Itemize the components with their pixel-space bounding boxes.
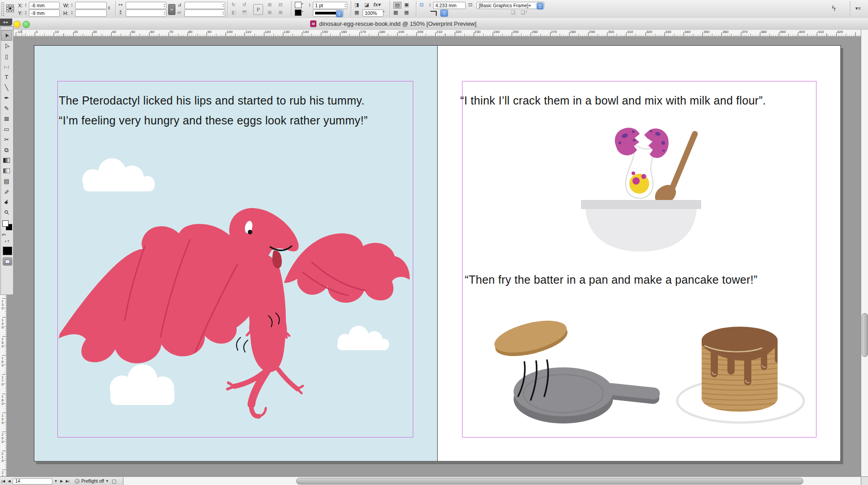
y-position-field[interactable]: -9 mm: [29, 10, 60, 17]
opacity-field[interactable]: 100%: [363, 10, 383, 17]
direct-selection-tool[interactable]: ➤: [1, 41, 12, 51]
select-previous-icon[interactable]: ⊞: [268, 10, 272, 15]
scale-y-icon: ↥: [118, 10, 123, 15]
last-page-button[interactable]: ▶|: [64, 479, 71, 483]
rectangle-tool[interactable]: ▭: [1, 124, 12, 134]
select-next-icon[interactable]: ⊞: [278, 10, 283, 15]
document-state-icon[interactable]: ▢: [110, 478, 118, 484]
first-page-button[interactable]: |◀: [0, 479, 6, 483]
zoom-tool[interactable]: ⚲: [1, 207, 12, 218]
height-field[interactable]: [75, 10, 107, 17]
vertical-scrollbar-thumb[interactable]: [862, 313, 868, 357]
previous-page-button[interactable]: ◀: [6, 479, 12, 483]
type-tool[interactable]: T: [1, 72, 12, 82]
shear-angle-field[interactable]: ▴▾: [184, 10, 225, 17]
scale-y-field[interactable]: ▴▾: [126, 10, 166, 17]
screen-mode-button[interactable]: [3, 257, 12, 266]
corner-shape-dropdown[interactable]: ▴▾: [440, 10, 448, 17]
page-dropdown-icon[interactable]: ▼: [52, 479, 59, 483]
stroke-weight-field[interactable]: 1 pt▴▾: [313, 2, 347, 9]
h-stepper[interactable]: ▴▾: [70, 10, 74, 17]
eyedropper-tool[interactable]: ✐: [1, 186, 12, 197]
wrap-none-icon[interactable]: ▤: [393, 2, 401, 9]
effects-fx-icon[interactable]: fx▾: [373, 2, 380, 8]
gradient-feather-tool[interactable]: [1, 166, 12, 176]
preflight-menu-icon[interactable]: ▼: [104, 479, 110, 483]
right-page-text-top[interactable]: “I think I’ll crack them in a bowl and m…: [460, 90, 766, 110]
gap-tool[interactable]: |↔|: [1, 62, 12, 72]
page-number-field[interactable]: 14: [13, 478, 52, 485]
formatting-affects-icons[interactable]: ▪ T: [2, 239, 13, 243]
opacity-icon[interactable]: ◨: [354, 2, 359, 8]
fill-stroke-proxy[interactable]: [2, 220, 12, 230]
constrain-scale-link-icon[interactable]: ∞: [168, 4, 175, 15]
drop-shadow-icon[interactable]: ◪: [364, 2, 369, 8]
fill-swatch[interactable]: [295, 2, 302, 8]
quick-apply-icon[interactable]: ϟ: [832, 5, 835, 13]
rotate-cw-icon[interactable]: ↻: [231, 2, 236, 8]
select-container-icon[interactable]: ⊞: [268, 2, 272, 8]
panel-grip-handle[interactable]: [1, 2, 5, 16]
stroke-style-dropdown[interactable]: ▴▾: [313, 10, 344, 17]
rotate-ccw-icon[interactable]: ↺: [242, 2, 246, 8]
stroke-swatch[interactable]: [295, 10, 302, 16]
flip-vertical-icon[interactable]: ◧: [242, 10, 248, 14]
swap-default-icons[interactable]: ⇄▪: [2, 233, 13, 238]
page-tool[interactable]: ▯: [1, 51, 12, 62]
tools-panel-collapse-tab[interactable]: ▶▶: [0, 19, 12, 26]
apply-color-button[interactable]: [3, 247, 12, 255]
fill-flyout-icon[interactable]: ▸: [302, 2, 303, 5]
note-tool[interactable]: ▤: [1, 176, 12, 186]
ruler-label: 90: [208, 30, 212, 34]
free-transform-tool[interactable]: ⧉: [1, 145, 12, 155]
corner-options-icon[interactable]: ⊡: [420, 2, 424, 8]
scissors-tool[interactable]: ✂: [1, 134, 12, 145]
next-page-button[interactable]: ▶: [59, 479, 64, 483]
constrain-dimensions-icon[interactable]: ∞: [107, 6, 112, 10]
select-content-icon[interactable]: ⊟: [278, 2, 283, 8]
new-style-icon[interactable]: ❏⁺: [521, 10, 528, 15]
object-style-dropdown[interactable]: [Basic Graphics Frame]+▴▾: [476, 2, 544, 9]
x-position-field[interactable]: -6 mm: [29, 2, 60, 9]
stroke-weight-stepper[interactable]: ▴▾: [307, 2, 312, 10]
line-tool[interactable]: ╲: [1, 82, 12, 93]
left-text-frame[interactable]: [57, 81, 413, 437]
x-stepper[interactable]: ▴▾: [24, 2, 28, 10]
stroke-flyout-icon[interactable]: ▸: [302, 10, 303, 13]
frame-tool[interactable]: ⊠: [1, 114, 12, 124]
ruler-label: 160: [341, 30, 347, 34]
zoom-button[interactable]: [23, 21, 30, 28]
clear-overrides-icon[interactable]: ❏: [511, 10, 515, 15]
tools-panel-grip[interactable]: [1, 27, 13, 30]
panel-menu-icon[interactable]: ▾≡: [855, 5, 861, 11]
corner-radius-field[interactable]: 4.233 mm: [433, 2, 466, 9]
hand-tool[interactable]: ☛: [1, 197, 12, 207]
w-stepper[interactable]: ▴▾: [70, 2, 74, 10]
gradient-swatch-tool[interactable]: [1, 155, 12, 166]
left-page-text[interactable]: The Pterodactyl licked his lips and star…: [59, 90, 368, 130]
width-field[interactable]: [75, 2, 107, 9]
fill-proxy-swatch[interactable]: [2, 220, 9, 227]
opacity-flyout-icon[interactable]: ▸: [383, 10, 385, 13]
pencil-tool[interactable]: ✎: [1, 103, 12, 114]
pen-tool[interactable]: ✒: [1, 93, 12, 103]
wrap-jump-icon[interactable]: ▩: [393, 10, 398, 15]
reference-point-proxy[interactable]: [6, 5, 15, 14]
right-page-text-bottom[interactable]: “Then fry the batter in a pan and make a…: [465, 270, 758, 290]
horizontal-scrollbar-thumb[interactable]: [296, 478, 803, 485]
page-shadow: [841, 48, 843, 464]
stroke-style-arrows[interactable]: ▴▾: [336, 10, 343, 17]
flip-horizontal-icon[interactable]: ◧: [231, 10, 236, 15]
selection-tool[interactable]: ➤: [1, 30, 12, 41]
minimize-button[interactable]: [14, 21, 21, 28]
rotation-angle-field[interactable]: ▴▾: [184, 2, 225, 9]
horizontal-scrollbar[interactable]: [123, 476, 861, 485]
corner-radius-stepper[interactable]: ▴▾: [428, 2, 432, 10]
wrap-topbottom-icon[interactable]: ▦: [404, 10, 409, 15]
scale-x-field[interactable]: ▴▾: [126, 2, 166, 9]
y-stepper[interactable]: ▴▾: [24, 10, 28, 17]
vertical-scrollbar[interactable]: [861, 30, 868, 476]
horizontal-ruler[interactable]: -100102030405060708090100110120130140150…: [6, 30, 861, 37]
wrap-around-icon[interactable]: ▣: [404, 2, 409, 8]
right-text-frame[interactable]: [462, 81, 816, 437]
